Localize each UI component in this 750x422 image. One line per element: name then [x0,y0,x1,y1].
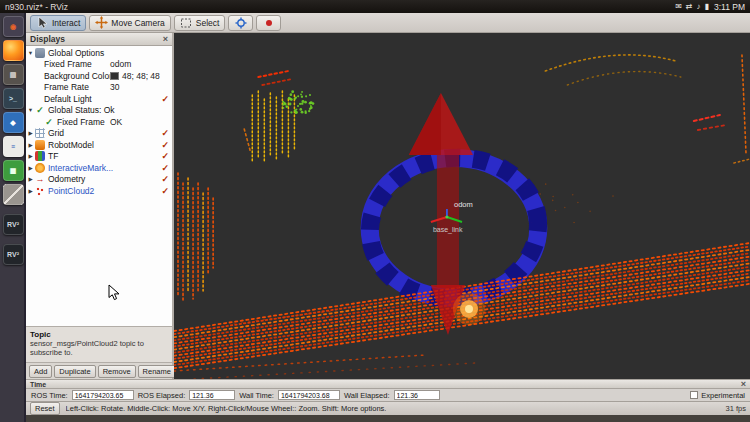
ros-time-field[interactable] [72,390,134,400]
battery-icon[interactable]: ▮ [705,2,709,12]
publish-point-tool-button[interactable] [256,15,281,31]
rviz-window: InteractMove CameraSelect Displays × ▼Gl… [26,13,750,422]
ros-elapsed-label: ROS Elapsed: [138,391,186,400]
enabled-checkbox[interactable]: ✓ [161,94,169,104]
ros-elapsed-field[interactable] [189,390,235,400]
experimental-checkbox[interactable] [690,391,698,399]
status-help-text: Left-Click: Rotate. Middle-Click: Move X… [66,404,387,413]
remove-button[interactable]: Remove [98,365,136,378]
interact-tool-button[interactable]: Interact [30,15,86,31]
property-label: Fixed Frame [57,117,105,127]
tree-row-interactivemark[interactable]: ▶InteractiveMark...✓ [26,162,172,174]
robot-icon [35,140,45,150]
enabled-checkbox[interactable]: ✓ [161,128,169,138]
grid-icon [35,128,45,138]
time-fields: ROS Time:ROS Elapsed:Wall Time:Wall Elap… [26,389,750,401]
writer-icon[interactable]: ≡ [3,136,24,157]
tf-icon [35,151,45,161]
expander-icon[interactable]: ▶ [26,188,35,194]
fps-counter: 31 fps [726,404,746,413]
property-label: Odometry [48,174,85,184]
tree-row-robotmodel[interactable]: ▶RobotModel✓ [26,139,172,151]
calc-icon[interactable]: ▦ [3,160,24,181]
displays-tree: ▼Global OptionsFixed FrameodomBackground… [26,46,172,326]
property-value[interactable]: odom [110,59,131,69]
system-tray[interactable]: ✉⇄♪▮ 3:11 PM [675,2,745,12]
reset-button[interactable]: Reset [30,402,60,415]
enabled-checkbox[interactable]: ✓ [161,186,169,196]
tree-row-fixed-frame[interactable]: Fixed Frameodom [26,59,172,71]
viewport-3d[interactable]: odom base_link [174,33,750,379]
property-label: Background Color [44,71,112,81]
tree-row-fixed-frame[interactable]: ✓Fixed FrameOK [26,116,172,128]
property-label: Fixed Frame [44,59,92,69]
displays-buttons: AddDuplicateRemoveRename [26,362,172,379]
select-tool-button[interactable]: Select [174,15,226,31]
tool-label: Select [196,18,220,28]
expander-icon[interactable]: ▶ [26,153,35,159]
editor-icon[interactable] [3,184,24,205]
firefox-icon[interactable] [3,40,24,61]
publish-point-icon [262,16,275,29]
property-label: Grid [48,128,64,138]
property-value[interactable]: 48; 48; 48 [122,71,160,81]
expander-icon[interactable]: ▶ [26,142,35,148]
property-value[interactable]: 30 [110,82,119,92]
status-bar: Reset Left-Click: Rotate. Middle-Click: … [26,401,750,415]
terminal-icon[interactable]: >_ [3,88,24,109]
unity-launcher: ◉▤>_◆≡▦RV²RV² [0,13,26,422]
move-camera-icon [95,16,108,29]
expander-icon[interactable]: ▼ [26,107,35,113]
files-icon[interactable]: ▤ [3,64,24,85]
tree-row-global-options[interactable]: ▼Global Options [26,47,172,59]
expander-icon[interactable]: ▶ [26,165,35,171]
property-label: PointCloud2 [48,186,94,196]
ok-icon: ✓ [35,105,45,115]
duplicate-button[interactable]: Duplicate [54,365,95,378]
close-time-panel-icon[interactable]: × [741,379,746,389]
enabled-checkbox[interactable]: ✓ [161,140,169,150]
scan-glow [453,293,485,325]
window-title: n930.rviz* - RViz [5,2,68,12]
tree-row-odometry[interactable]: ▶→Odometry✓ [26,174,172,186]
add-button[interactable]: Add [29,365,52,378]
tree-row-tf[interactable]: ▶TF✓ [26,151,172,163]
enabled-checkbox[interactable]: ✓ [161,151,169,161]
tree-row-pointcloud2[interactable]: ▶PointCloud2✓ [26,185,172,197]
color-swatch [110,72,119,80]
mail-icon[interactable]: ✉ [675,2,682,12]
sound-icon[interactable]: ♪ [697,2,701,12]
close-panel-icon[interactable]: × [163,34,168,44]
tree-row-grid[interactable]: ▶Grid✓ [26,128,172,140]
displays-panel: Displays × ▼Global OptionsFixed Frameodo… [26,33,174,379]
wall-time-field[interactable] [278,390,340,400]
wall-elapsed-field[interactable] [394,390,440,400]
focus-camera-tool-button[interactable] [228,15,253,31]
rviz-b-icon[interactable]: RV² [3,244,24,265]
expander-icon[interactable]: ▶ [26,176,35,182]
experimental-label: Experimental [701,391,745,400]
select-box-icon [180,16,193,29]
expander-icon[interactable]: ▼ [26,50,35,56]
move-camera-tool-button[interactable]: Move Camera [89,15,170,31]
rename-button[interactable]: Rename [138,365,176,378]
property-value[interactable]: OK [110,117,122,127]
pointcloud-icon [35,186,45,196]
clock[interactable]: 3:11 PM [714,2,745,12]
network-icon[interactable]: ⇄ [686,2,693,12]
enabled-checkbox[interactable]: ✓ [161,174,169,184]
time-panel-title[interactable]: Time × [26,380,750,389]
rviz-a-icon[interactable]: RV² [3,214,24,235]
tree-row-frame-rate[interactable]: Frame Rate30 [26,82,172,94]
enabled-checkbox[interactable]: ✓ [161,163,169,173]
displays-panel-title[interactable]: Displays × [26,33,172,46]
tree-row-background-color[interactable]: Background Color48; 48; 48 [26,70,172,82]
experimental-toggle[interactable]: Experimental [690,391,745,400]
ubuntu-dash-icon[interactable]: ◉ [3,16,24,37]
tree-row-global-status-ok[interactable]: ▼✓Global Status: Ok [26,105,172,117]
tool-label: Interact [52,18,80,28]
window-bottom-edge [26,415,750,422]
tree-row-default-light[interactable]: Default Light✓ [26,93,172,105]
expander-icon[interactable]: ▶ [26,130,35,136]
software-icon[interactable]: ◆ [3,112,24,133]
